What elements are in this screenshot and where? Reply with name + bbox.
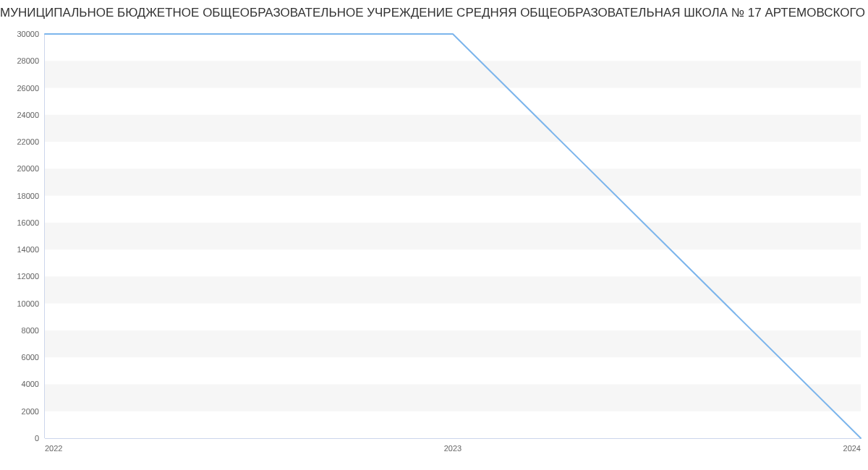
y-tick-label: 26000	[17, 84, 39, 93]
svg-rect-0	[45, 384, 861, 411]
y-tick-label: 22000	[17, 137, 39, 146]
y-tick-label: 10000	[17, 299, 39, 308]
chart-svg: 0200040006000800010000120001400016000180…	[0, 0, 868, 470]
svg-rect-4	[45, 168, 861, 195]
y-tick-label: 30000	[17, 30, 39, 38]
y-tick-label: 2000	[22, 407, 39, 416]
svg-rect-6	[45, 61, 861, 87]
y-axis: 0200040006000800010000120001400016000180…	[17, 30, 39, 443]
svg-rect-1	[45, 330, 861, 357]
y-tick-label: 4000	[22, 380, 39, 388]
y-tick-label: 6000	[22, 353, 39, 362]
svg-rect-5	[45, 115, 861, 142]
y-tick-label: 14000	[17, 245, 39, 254]
chart-container: МУНИЦИПАЛЬНОЕ БЮДЖЕТНОЕ ОБЩЕОБРАЗОВАТЕЛЬ…	[0, 0, 868, 470]
y-tick-label: 8000	[22, 326, 39, 335]
x-tick-label: 2022	[45, 444, 62, 453]
y-tick-label: 0	[35, 434, 39, 443]
x-tick-label: 2023	[444, 444, 461, 453]
svg-rect-2	[45, 276, 861, 303]
y-tick-label: 28000	[17, 56, 39, 65]
y-tick-label: 20000	[17, 164, 39, 173]
y-tick-label: 24000	[17, 111, 39, 119]
plot-bands	[45, 61, 861, 411]
x-axis: 202220232024	[45, 444, 861, 453]
y-tick-label: 12000	[17, 272, 39, 281]
svg-rect-3	[45, 223, 861, 249]
y-tick-label: 16000	[17, 218, 39, 227]
y-tick-label: 18000	[17, 192, 39, 200]
x-tick-label: 2024	[843, 444, 861, 453]
